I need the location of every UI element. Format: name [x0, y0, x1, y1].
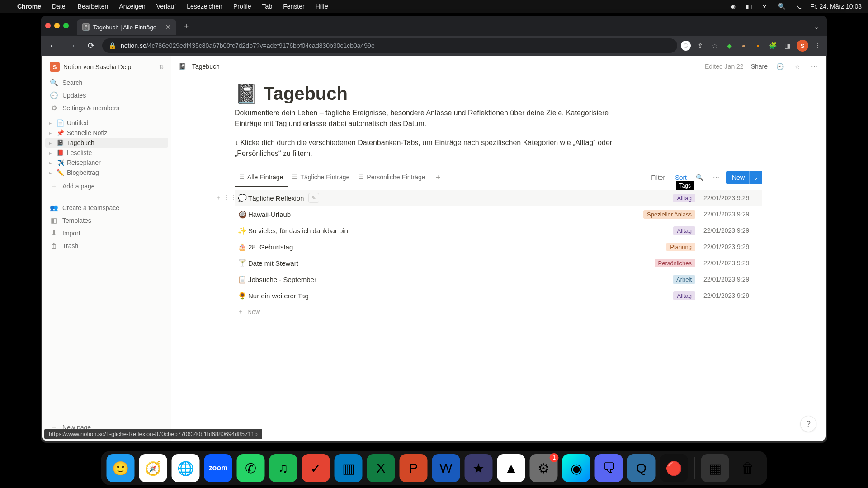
menu-tab[interactable]: Tab [262, 3, 273, 10]
menu-lesezeichen[interactable]: Lesezeichen [187, 3, 222, 10]
help-button[interactable]: ? [800, 416, 816, 432]
row-tag[interactable]: Planung [666, 243, 695, 251]
favorite-star-icon[interactable]: ☆ [792, 61, 802, 71]
bookmark-star-icon[interactable]: ☆ [710, 41, 720, 51]
list-row[interactable]: 📋 Jobsuche - September Arbeit 22/01/2023… [235, 271, 762, 287]
page-hint[interactable]: ↓ Klicke dich durch die verschiedenen Da… [235, 137, 651, 159]
extensions-puzzle-icon[interactable]: 🧩 [768, 41, 778, 51]
dock-app-drive[interactable]: ▲ [497, 454, 525, 482]
search-database-icon[interactable]: 🔍 [694, 172, 706, 183]
list-row[interactable]: ✨ So vieles, für das ich dankbar bin All… [235, 222, 762, 239]
dock-app-settings[interactable]: ⚙1 [530, 454, 558, 482]
menubar-app-name[interactable]: Chrome [17, 3, 41, 10]
dock-app-finder[interactable]: 🙂 [107, 454, 135, 482]
maximize-window-button[interactable] [63, 23, 69, 28]
tab-close-icon[interactable]: ✕ [165, 23, 171, 31]
dock-app-discord[interactable]: 🗨 [595, 454, 623, 482]
dock-app-siri[interactable]: ◉ [562, 454, 590, 482]
menubar-clock[interactable]: Fr. 24. März 10:03 [810, 3, 862, 10]
list-row[interactable]: ＋⋮⋮ 💭 Tägliche Reflexion ✎ Alltag 22/01/… [235, 190, 762, 206]
menu-profile[interactable]: Profile [233, 3, 251, 10]
dock-app-whatsapp[interactable]: ✆ [237, 454, 265, 482]
database-tab[interactable]: ☰Persönliche Einträge [354, 168, 429, 187]
sidebar-add-page[interactable]: ＋ Add a page [45, 179, 168, 192]
dock-app-trash[interactable]: 🗑 [734, 454, 762, 482]
row-tag[interactable]: Spezieller Anlass [643, 210, 695, 219]
sidebar-page-item[interactable]: ▸ 📌 Schnelle Notiz [45, 128, 168, 138]
menu-anzeigen[interactable]: Anzeigen [119, 3, 145, 10]
google-translate-icon[interactable]: G [681, 41, 691, 51]
dock-app-spotify[interactable]: ♫ [269, 454, 297, 482]
menu-verlauf[interactable]: Verlauf [156, 3, 176, 10]
tab-overflow-button[interactable]: ⌄ [810, 20, 823, 33]
clock-history-icon[interactable]: 🕘 [775, 61, 785, 71]
row-tag[interactable]: Alltag [673, 194, 695, 202]
extension-icon-1[interactable]: ◆ [724, 41, 734, 51]
sidebar-page-item[interactable]: ▸ ✏️ Blogbeitrag [45, 168, 168, 178]
database-more-icon[interactable]: ⋯ [710, 172, 722, 183]
sidepanel-icon[interactable]: ◨ [782, 41, 792, 51]
workspace-switcher[interactable]: S Notion von Sascha Delp ⇅ [45, 59, 168, 75]
share-button[interactable]: Share [751, 63, 768, 70]
dock-app-word[interactable]: W [432, 454, 460, 482]
chrome-menu-icon[interactable]: ⋮ [813, 41, 823, 51]
breadcrumb[interactable]: Tagebuch [192, 63, 220, 70]
list-row[interactable]: 🎂 28. Geburtstag Planung 22/01/2023 9:29 [235, 239, 762, 255]
dock-app-safari[interactable]: 🧭 [139, 454, 167, 482]
reload-button[interactable]: ⟳ [83, 38, 99, 53]
screen-record-icon[interactable]: ◉ [729, 2, 737, 10]
dock-app-voice-memos[interactable]: 🔴 [660, 454, 688, 482]
page-description[interactable]: Dokumentiere dein Leben – tägliche Ereig… [235, 108, 623, 129]
menu-bearbeiten[interactable]: Bearbeiten [78, 3, 108, 10]
drag-handle-icon[interactable]: ⋮⋮ [224, 194, 233, 202]
sidebar-page-item[interactable]: ▸ 📄 Untitled [45, 118, 168, 128]
add-row-button[interactable]: ＋ New [235, 304, 762, 320]
close-window-button[interactable] [45, 23, 51, 28]
chevron-right-icon[interactable]: ▸ [47, 141, 53, 145]
sidebar-search[interactable]: 🔍 Search [45, 76, 168, 89]
sidebar-settings[interactable]: ⚙ Settings & members [45, 102, 168, 114]
menu-fenster[interactable]: Fenster [283, 3, 304, 10]
minimize-window-button[interactable] [54, 23, 60, 28]
dock-app-mission-control[interactable]: ▦ [701, 454, 729, 482]
search-icon[interactable]: 🔍 [778, 2, 786, 10]
page-emoji-icon[interactable]: 📓 [235, 83, 258, 105]
dock-app-powerpoint[interactable]: P [400, 454, 428, 482]
list-row[interactable]: 🥥 Hawaii-Urlaub Spezieller Anlass 22/01/… [235, 206, 762, 222]
dock-app-todoist[interactable]: ✓ [302, 454, 330, 482]
new-tab-button[interactable]: + [180, 20, 193, 33]
sidebar-create-teamspace[interactable]: 👥 Create a teamspace [45, 202, 168, 214]
page-title[interactable]: Tagebuch [264, 84, 348, 104]
sidebar-page-item[interactable]: ▸ ✈️ Reiseplaner [45, 158, 168, 168]
menu-hilfe[interactable]: Hilfe [316, 3, 328, 10]
dock-app-excel[interactable]: X [367, 454, 395, 482]
row-tag[interactable]: Persönliches [655, 259, 695, 267]
add-icon[interactable]: ＋ [214, 194, 223, 202]
address-bar[interactable]: 🔒 notion.so/4c786e029edf435c80a67b00fc7d… [102, 38, 677, 53]
row-tag[interactable]: Alltag [673, 291, 695, 300]
dock-app-quicktime[interactable]: Q [627, 454, 656, 482]
list-row[interactable]: 🍸 Date mit Stewart Persönliches 22/01/20… [235, 255, 762, 271]
row-tag[interactable]: Arbeit [673, 275, 695, 284]
database-tab[interactable]: ☰Alle Einträge [235, 168, 288, 187]
edit-icon[interactable]: ✎ [308, 193, 319, 203]
add-view-button[interactable]: ＋ [432, 171, 444, 184]
list-row[interactable]: 🌻 Nur ein weiterer Tag Alltag 22/01/2023… [235, 287, 762, 304]
forward-button[interactable]: → [64, 38, 80, 53]
sidebar-page-item[interactable]: ▸ 📓 Tagebuch [45, 138, 168, 148]
sidebar-import[interactable]: ⬇ Import [45, 227, 168, 239]
menu-datei[interactable]: Datei [52, 3, 67, 10]
more-menu-icon[interactable]: ⋯ [809, 61, 819, 71]
dock-app-imovie[interactable]: ★ [465, 454, 493, 482]
chevron-down-icon[interactable]: ⌄ [749, 171, 762, 184]
chevron-right-icon[interactable]: ▸ [47, 150, 53, 155]
sidebar-page-item[interactable]: ▸ 📕 Leseliste [45, 148, 168, 158]
battery-icon[interactable]: ▮▯ [745, 2, 753, 10]
chevron-right-icon[interactable]: ▸ [47, 121, 53, 126]
sidebar-trash[interactable]: 🗑 Trash [45, 239, 168, 252]
chevron-right-icon[interactable]: ▸ [47, 160, 53, 165]
wifi-icon[interactable]: ᯤ [761, 2, 769, 10]
back-button[interactable]: ← [45, 38, 61, 53]
extension-icon-3[interactable]: ● [753, 41, 763, 51]
sidebar-updates[interactable]: 🕘 Updates [45, 89, 168, 102]
